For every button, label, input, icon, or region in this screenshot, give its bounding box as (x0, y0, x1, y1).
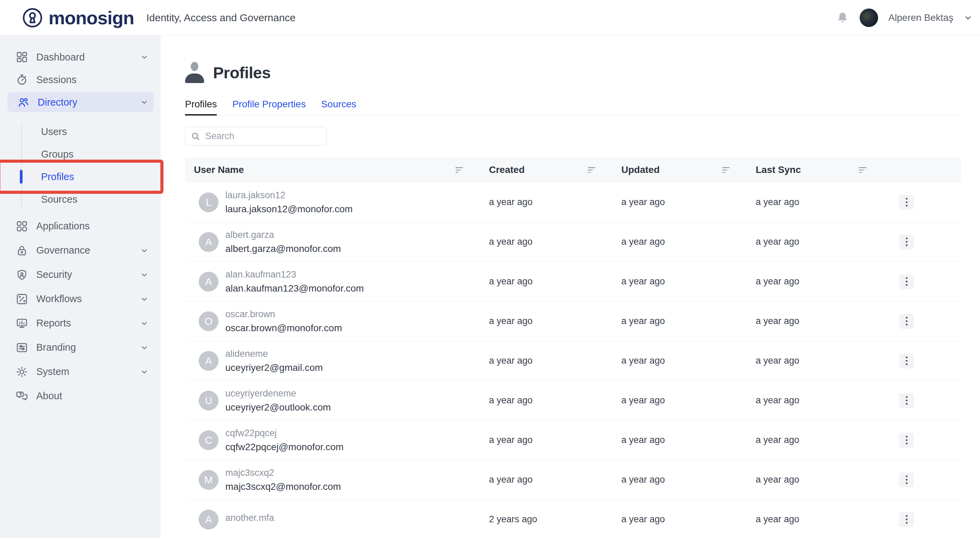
sidebar-subitem-label: Profiles (41, 171, 74, 183)
kebab-menu-icon[interactable] (899, 274, 914, 289)
search-box (185, 127, 326, 146)
chevron-down-icon (140, 343, 148, 352)
active-indicator (20, 170, 22, 184)
sidebar: DashboardSessionsDirectoryUsersGroupsPro… (0, 35, 161, 538)
table-body: Llaura.jakson12laura.jakson12@monofor.co… (185, 183, 961, 538)
sidebar-item-branding[interactable]: Branding (0, 335, 161, 360)
sidebar-item-label: Governance (36, 245, 140, 256)
avatar: L (199, 192, 218, 212)
email: albert.garza@monofor.com (225, 243, 341, 254)
kebab-menu-icon[interactable] (899, 393, 914, 408)
user-cell: Mmajc3scxq2majc3scxq2@monofor.com (185, 468, 480, 492)
kebab-menu-icon[interactable] (899, 433, 914, 448)
sidebar-item-governance[interactable]: Governance (0, 238, 161, 262)
chevron-down-icon (140, 295, 148, 303)
dashboard-icon (15, 50, 29, 64)
sidebar-item-system[interactable]: System (0, 360, 161, 384)
chevron-down-icon (140, 319, 148, 327)
sort-icon[interactable] (722, 167, 730, 173)
sidebar-item-label: About (36, 390, 148, 402)
email: uceyriyer2@gmail.com (225, 362, 323, 373)
sort-icon[interactable] (859, 167, 867, 173)
kebab-menu-icon[interactable] (899, 314, 914, 329)
user-cell: Aanother.mfa (185, 509, 480, 530)
sort-icon[interactable] (455, 167, 464, 173)
avatar: A (199, 509, 218, 530)
actions-cell (884, 354, 961, 368)
sidebar-item-reports[interactable]: Reports (0, 311, 161, 335)
sort-icon[interactable] (588, 167, 596, 173)
avatar: U (199, 391, 218, 411)
chevron-down-icon (140, 271, 148, 279)
email: oscar.brown@monofor.com (225, 323, 342, 333)
profiles-table: User Name Created Updated Last Sync Llau… (185, 157, 961, 538)
username: albert.garza (225, 230, 341, 240)
avatar: A (199, 232, 218, 252)
sidebar-subitem-users[interactable]: Users (0, 120, 161, 143)
last-sync-cell: a year ago (747, 435, 884, 445)
actions-cell (884, 393, 961, 408)
bell-icon[interactable] (836, 11, 850, 25)
kebab-menu-icon[interactable] (899, 235, 914, 249)
brand-name: monosign (49, 8, 134, 27)
last-sync-cell: a year ago (747, 316, 884, 327)
stopwatch-icon (15, 73, 29, 86)
chevron-down-icon (140, 246, 148, 255)
updated-cell: a year ago (612, 236, 747, 247)
user-cell: Aalbert.garzaalbert.garza@monofor.com (185, 230, 480, 254)
sidebar-subitem-label: Sources (41, 194, 77, 205)
chevron-down-icon (140, 53, 148, 61)
table-row: Aalbert.garzaalbert.garza@monofor.coma y… (185, 222, 961, 262)
avatar: A (199, 272, 218, 292)
kebab-menu-icon[interactable] (899, 354, 914, 368)
sidebar-item-workflows[interactable]: Workflows (0, 287, 161, 311)
kebab-menu-icon[interactable] (899, 512, 914, 527)
sidebar-item-label: Branding (36, 342, 140, 353)
user-cell: Uuceyriyerdenemeuceyriyer2@outlook.com (185, 388, 480, 413)
gear-icon (15, 365, 29, 379)
sidebar-item-about[interactable]: About (0, 384, 161, 408)
chevron-down-icon[interactable] (964, 13, 972, 22)
avatar: M (199, 470, 218, 490)
chat-bubbles-icon (15, 389, 29, 403)
sidebar-subitem-groups[interactable]: Groups (0, 143, 161, 165)
table-row: Llaura.jakson12laura.jakson12@monofor.co… (185, 183, 961, 222)
sidebar-subitem-profiles[interactable]: Profiles (0, 165, 161, 188)
user-cell: Aalan.kaufman123alan.kaufman123@monofor.… (185, 269, 480, 294)
avatar: O (199, 311, 218, 331)
kebab-menu-icon[interactable] (899, 195, 914, 210)
tab-profiles[interactable]: Profiles (185, 98, 217, 116)
kebab-menu-icon[interactable] (899, 472, 914, 487)
tab-bar: Profiles Profile Properties Sources (185, 98, 961, 116)
main-content: Profiles Profiles Profile Properties Sou… (161, 35, 980, 538)
actions-cell (884, 512, 961, 527)
created-cell: a year ago (480, 475, 612, 485)
chevron-down-icon (140, 98, 148, 106)
last-sync-cell: a year ago (747, 514, 884, 525)
table-header: User Name Created Updated Last Sync (185, 157, 961, 183)
sidebar-item-applications[interactable]: Applications (0, 214, 161, 238)
username: laura.jakson12 (225, 190, 353, 201)
sliders-icon (15, 341, 29, 354)
table-row: Uuceyriyerdenemeuceyriyer2@outlook.coma … (185, 381, 961, 421)
sidebar-subitem-sources[interactable]: Sources (0, 188, 161, 211)
username: majc3scxq2 (225, 468, 341, 478)
email: cqfw22pqcej@monofor.com (225, 441, 344, 452)
tab-sources[interactable]: Sources (321, 98, 356, 116)
user-cell: Ccqfw22pqcejcqfw22pqcej@monofor.com (185, 428, 480, 452)
user-avatar[interactable] (860, 8, 878, 27)
profiles-person-icon (185, 62, 204, 83)
sidebar-item-sessions[interactable]: Sessions (0, 68, 161, 91)
chevron-down-icon (140, 368, 148, 376)
sidebar-item-label: Reports (36, 317, 140, 329)
created-cell: a year ago (480, 395, 612, 406)
header-right: Alperen Bektaş (836, 8, 972, 27)
search-input[interactable] (204, 130, 321, 142)
created-cell: a year ago (480, 276, 612, 287)
monosign-logo-icon (22, 7, 43, 29)
sidebar-item-dashboard[interactable]: Dashboard (0, 46, 161, 68)
column-user-name: User Name (185, 164, 480, 175)
tab-profile-properties[interactable]: Profile Properties (232, 98, 306, 116)
sidebar-item-directory[interactable]: Directory (8, 92, 154, 112)
sidebar-item-security[interactable]: Security (0, 262, 161, 287)
